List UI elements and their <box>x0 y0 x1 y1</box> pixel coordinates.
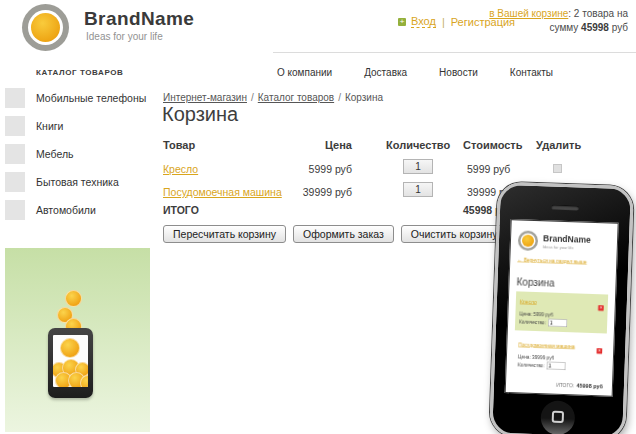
login-separator: | <box>442 16 445 28</box>
mobile-brand-box: BrandName Ideas for your life <box>543 233 591 250</box>
col-header-remove: Удалить <box>536 139 581 151</box>
sidebar-item-phones[interactable]: Мобильные телефоны <box>5 88 146 108</box>
mobile-cart-item: Кресло × Цена: 5999 руб Количество: <box>515 291 608 333</box>
page-title: Корзина <box>162 103 238 126</box>
quantity-input[interactable] <box>403 182 433 197</box>
sidebar-item-label: Книги <box>36 120 63 132</box>
category-icon <box>5 172 25 192</box>
col-header-product: Товар <box>163 139 195 151</box>
brand-name: BrandName <box>84 8 194 30</box>
nav-item-contacts[interactable]: Контакты <box>510 67 553 78</box>
promo-banner[interactable] <box>5 248 150 432</box>
mobile-header: BrandName Ideas for your life <box>518 230 611 253</box>
catalog-title: КАТАЛОГ ТОВАРОВ <box>36 68 123 77</box>
coin-icon <box>60 338 80 358</box>
mobile-qty-row: Количество: <box>519 318 603 328</box>
sidebar-item-label: Мебель <box>36 148 74 160</box>
login-bullet-icon: + <box>398 18 406 26</box>
quantity-input[interactable] <box>403 159 433 174</box>
clear-cart-button[interactable]: Очистить корзину <box>401 225 508 243</box>
nav-item-delivery[interactable]: Доставка <box>364 67 407 78</box>
login-link[interactable]: Вход <box>411 15 436 28</box>
nav-item-news[interactable]: Новости <box>439 67 478 78</box>
mobile-item-link[interactable]: Посудомоечная машина <box>518 342 575 349</box>
mobile-brand-name: BrandName <box>543 233 591 245</box>
nav-item-about[interactable]: О компании <box>277 67 332 78</box>
phone-screen: BrandName Ideas for your life ← Вернутьс… <box>505 219 619 397</box>
promo-phone-screen <box>53 335 88 387</box>
cart-item-cost: 5999 руб <box>467 163 510 175</box>
mobile-recalculate-button[interactable]: Пересчитать <box>512 393 549 396</box>
cart-item-price: 5999 руб <box>285 163 352 175</box>
col-header-quantity: Количество <box>386 139 450 151</box>
checkout-button[interactable]: Оформить заказ <box>293 225 394 243</box>
sidebar-item-cars[interactable]: Автомобили <box>5 200 146 220</box>
breadcrumb-link-catalog[interactable]: Каталог товаров <box>258 92 334 103</box>
coin-icon <box>80 375 88 387</box>
cart-summary-total: 45998 <box>581 22 609 33</box>
col-header-price: Цена <box>285 139 352 151</box>
mobile-back-link[interactable]: ← Вернуться на раздел выше <box>517 256 587 264</box>
mobile-quantity-input[interactable] <box>546 362 565 370</box>
brand-logo-icon[interactable] <box>22 4 69 51</box>
category-icon <box>5 200 25 220</box>
cart-summary-rest: : 2 товара на <box>568 8 628 19</box>
cart-actions: Пересчитать корзину Оформить заказ Очист… <box>163 225 507 243</box>
cart-total-label: ИТОГО <box>163 204 199 216</box>
mobile-quantity-input[interactable] <box>548 319 567 327</box>
cart-item-link[interactable]: Кресло <box>163 163 198 175</box>
sidebar-item-furniture[interactable]: Мебель <box>5 144 146 164</box>
register-link[interactable]: Регистрация <box>451 16 515 28</box>
mobile-total-label: ИТОГО: <box>556 382 574 388</box>
cart-summary-prefix: сумму <box>550 22 582 33</box>
category-icon <box>5 144 25 164</box>
sidebar-item-label: Мобильные телефоны <box>36 92 146 104</box>
breadcrumb-current: Корзина <box>345 92 383 103</box>
mobile-delete-button[interactable]: × <box>598 305 604 311</box>
promo-phone-illustration <box>48 328 93 398</box>
mobile-delete-button[interactable]: × <box>597 348 603 354</box>
phone-speaker-icon <box>551 204 579 210</box>
sidebar-item-books[interactable]: Книги <box>5 116 146 136</box>
mobile-brand-logo-icon[interactable] <box>518 230 539 251</box>
sidebar-item-label: Бытовая техника <box>36 176 119 188</box>
recalculate-cart-button[interactable]: Пересчитать корзину <box>163 225 286 243</box>
sidebar-item-appliances[interactable]: Бытовая техника <box>5 172 146 192</box>
mobile-page: BrandName Ideas for your life ← Вернутьс… <box>506 220 618 397</box>
brand-tagline: Ideas for your life <box>86 31 163 42</box>
delete-checkbox[interactable] <box>553 164 562 173</box>
category-icon <box>5 88 25 108</box>
mobile-checkout-button[interactable]: Оформить заказ <box>559 395 605 397</box>
main-nav: О компании Доставка Новости Контакты <box>277 67 553 78</box>
mobile-qty-row: Количество: <box>518 361 602 371</box>
mobile-brand-tagline: Ideas for your life <box>543 244 591 250</box>
home-button-icon <box>552 411 564 423</box>
category-icon <box>5 116 25 136</box>
breadcrumb-link-shop[interactable]: Интернет-магазин <box>163 92 247 103</box>
breadcrumb-separator: / <box>251 92 254 103</box>
col-header-cost: Стоимость <box>463 139 523 151</box>
mobile-total-row: ИТОГО: 45998 руб <box>513 378 605 390</box>
phone-mockup: BrandName Ideas for your life ← Вернутьс… <box>489 182 634 434</box>
logo-core <box>31 13 60 42</box>
mobile-page-title: Корзина <box>516 276 608 291</box>
cart-item-link[interactable]: Посудомоечная машина <box>163 186 282 198</box>
sidebar: Мобильные телефоны Книги Мебель Бытовая … <box>5 88 146 220</box>
mobile-qty-label: Количество: <box>519 319 546 325</box>
cart-item-price: 39999 руб <box>285 186 352 198</box>
breadcrumb-separator: / <box>338 92 341 103</box>
mobile-total-value: 45998 руб <box>576 382 603 389</box>
page-root: BrandName Ideas for your life в Вашей ко… <box>0 0 636 434</box>
login-row: + Вход | Регистрация <box>398 15 515 28</box>
sidebar-item-label: Автомобили <box>36 204 96 216</box>
mobile-item-link[interactable]: Кресло <box>520 299 537 305</box>
coin-icon <box>65 290 82 307</box>
mobile-cart-item: Посудомоечная машина × Цена: 39999 руб К… <box>513 334 606 376</box>
nav-divider <box>273 52 636 53</box>
breadcrumb: Интернет-магазин/Каталог товаров/Корзина <box>163 92 383 103</box>
home-button[interactable] <box>540 400 575 434</box>
mobile-qty-label: Количество: <box>518 362 545 368</box>
mobile-actions: Пересчитать Оформить заказ <box>512 393 604 396</box>
cart-summary-currency: руб <box>609 22 628 33</box>
